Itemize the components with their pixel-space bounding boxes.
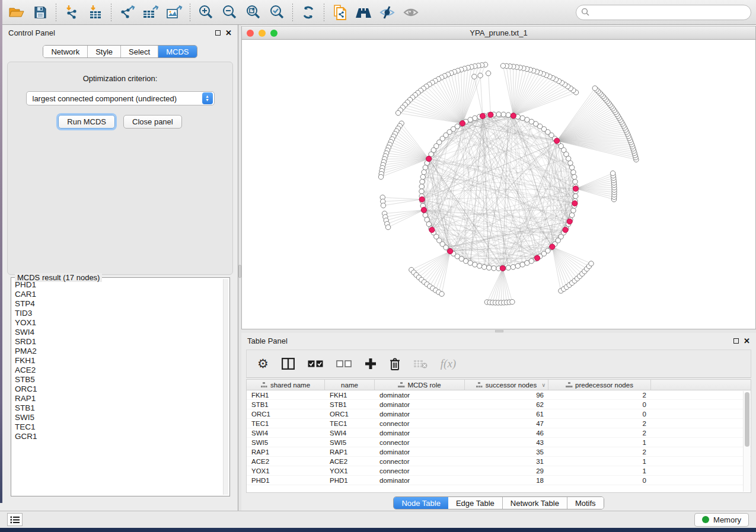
table-cell[interactable]: SWI4 [325,430,375,437]
table-cell[interactable]: 2 [548,420,651,427]
close-panel-icon[interactable]: ✕ [744,337,750,345]
table-row[interactable]: YOX1YOX1connector291 [247,466,751,476]
network-node[interactable] [492,266,496,271]
table-tab-motifs[interactable]: Motifs [567,497,604,509]
table-cell[interactable]: ORC1 [247,411,325,418]
network-node[interactable] [419,189,424,194]
table-cell[interactable]: 0 [548,411,651,418]
network-node[interactable] [419,184,424,189]
mcds-hub-node[interactable] [563,227,568,232]
table-cell[interactable]: RAP1 [325,448,375,456]
network-node[interactable] [572,174,576,179]
mcds-result-scrollbar[interactable] [223,279,228,495]
add-column-button[interactable] [365,358,377,370]
mcds-result-item[interactable]: TEC1 [15,422,222,432]
table-tab-network-table[interactable]: Network Table [503,497,567,509]
network-node[interactable] [506,113,511,117]
table-row[interactable]: ACE2ACE2connector311 [247,457,751,466]
memory-button[interactable]: Memory [694,513,749,527]
table-cell[interactable]: ACE2 [325,458,375,465]
table-cell[interactable]: 31 [465,458,548,465]
table-tab-node-table[interactable]: Node Table [394,497,448,509]
table-cell[interactable]: dominator [375,392,465,399]
mcds-result-item[interactable]: ACE2 [15,366,222,375]
table-cell[interactable]: TEC1 [325,420,375,427]
table-row[interactable]: SWI4SWI4dominator462 [247,428,751,438]
export-image-button[interactable] [162,2,186,23]
mcds-hub-node[interactable] [460,121,465,126]
table-cell[interactable]: STB1 [325,401,375,408]
mcds-result-item[interactable]: SRD1 [15,337,222,347]
network-node[interactable] [506,265,511,270]
column-header-predecessor-nodes[interactable]: predecessor nodes [548,380,651,390]
horizontal-splitter-handle[interactable] [495,330,503,332]
function-builder-button[interactable]: f(x) [441,357,456,370]
network-node[interactable] [481,264,486,269]
mcds-result-item[interactable]: ORC1 [15,384,222,394]
network-node[interactable] [515,264,520,268]
table-cell[interactable]: dominator [375,430,465,437]
export-table-button[interactable] [139,2,162,23]
mcds-hub-node[interactable] [429,227,435,232]
table-cell[interactable]: SWI4 [247,430,325,437]
mcds-hub-node[interactable] [572,201,578,206]
mcds-hub-node[interactable] [550,244,555,249]
network-leaf-node[interactable] [378,174,383,179]
first-neighbors-button[interactable] [352,2,375,23]
network-leaf-node[interactable] [439,291,444,296]
clone-network-button[interactable] [328,2,352,23]
network-node[interactable] [420,180,425,184]
table-cell[interactable]: FKH1 [325,392,375,399]
table-cell[interactable]: PHD1 [325,477,375,484]
table-cell[interactable]: ORC1 [325,411,375,418]
network-window-titlebar[interactable]: YPA_prune.txt_1 [242,26,755,40]
network-node[interactable] [569,165,574,170]
import-network-button[interactable] [60,2,84,23]
zoom-fit-button[interactable] [241,2,265,23]
mcds-result-item[interactable]: STB5 [15,375,222,384]
table-cell[interactable]: 35 [465,448,548,456]
select-all-columns-button[interactable] [308,360,323,368]
table-cell[interactable]: 61 [465,411,548,418]
network-leaf-node[interactable] [486,71,490,76]
mcds-hub-node[interactable] [500,265,505,271]
zoom-selected-button[interactable] [265,2,289,23]
zoom-in-button[interactable] [194,2,218,23]
network-node[interactable] [525,117,529,122]
table-settings-button[interactable]: ⚙ [257,357,269,371]
mcds-hub-node[interactable] [419,197,425,202]
export-network-button[interactable] [115,2,139,23]
table-row[interactable]: PHD1PHD1dominator180 [247,476,751,485]
network-node[interactable] [569,213,574,217]
network-node[interactable] [468,261,473,265]
network-graph[interactable] [242,40,755,328]
table-tab-edge-table[interactable]: Edge Table [448,497,503,509]
table-cell[interactable]: 46 [465,430,548,437]
network-leaf-node[interactable] [610,171,615,175]
save-session-button[interactable] [28,2,52,23]
network-canvas[interactable] [242,40,755,328]
zoom-out-button[interactable] [218,2,241,23]
delete-column-button[interactable] [390,358,400,370]
network-node[interactable] [477,264,481,268]
column-layout-button[interactable] [282,358,295,370]
network-node[interactable] [573,180,578,184]
table-cell[interactable]: STB1 [247,401,325,408]
table-row[interactable]: RAP1RAP1dominator352 [247,447,751,457]
mcds-result-item[interactable]: PHD1 [15,280,222,290]
mcds-hub-node[interactable] [426,156,432,161]
table-cell[interactable]: PHD1 [247,477,325,484]
table-cell[interactable]: 0 [548,401,651,408]
table-cell[interactable]: 96 [465,392,548,399]
mcds-result-item[interactable]: TID3 [15,309,222,318]
mcds-hub-node[interactable] [448,248,453,254]
mcds-hub-node[interactable] [573,186,578,191]
table-cell[interactable]: RAP1 [247,448,325,456]
table-cell[interactable]: dominator [375,477,465,484]
network-node[interactable] [571,169,576,174]
table-cell[interactable]: connector [375,420,465,427]
table-cell[interactable]: connector [375,439,465,446]
table-row[interactable]: FKH1FKH1dominator962 [247,390,751,400]
network-node[interactable] [520,116,525,120]
table-cell[interactable]: 2 [548,430,651,437]
